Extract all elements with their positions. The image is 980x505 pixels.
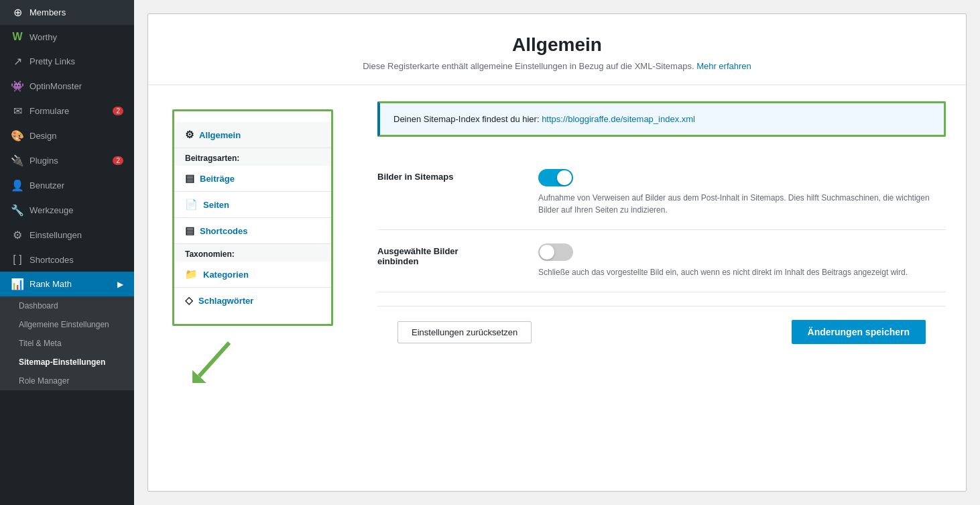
sidebar-item-label: OptinMonster — [29, 81, 82, 91]
settings-description-ausgewaehlte-bilder: Schließe auch das vorgestellte Bild ein,… — [538, 266, 908, 278]
shortcodes-nav-icon: ▤ — [185, 225, 194, 237]
left-nav-item-seiten[interactable]: 📄 Seiten — [174, 192, 331, 217]
arrow-container — [159, 339, 347, 386]
toggle-knob — [557, 170, 572, 185]
green-arrow — [192, 339, 239, 385]
sidebar-item-einstellungen[interactable]: ⚙ Einstellungen — [0, 223, 134, 247]
sidebar-item-members[interactable]: ⊕ Members — [0, 0, 134, 25]
toggle-bilder-in-sitemaps[interactable] — [538, 169, 573, 186]
page-subtitle: Diese Registerkarte enthält allgemeine E… — [162, 61, 953, 71]
sidebar: ⊕ Members W Worthy ↗ Pretty Links 👾 Opti… — [0, 0, 134, 505]
formulare-badge: 2 — [113, 107, 123, 115]
plugins-badge: 2 — [113, 156, 123, 165]
toggle-ausgewaehlte-bilder[interactable] — [538, 243, 573, 261]
left-nav-item-beitraege[interactable]: ▤ Beiträge — [174, 166, 331, 191]
sitemap-index-link[interactable]: https://bloggiraffe.de/sitemap_index.xml — [542, 114, 695, 124]
sidebar-item-benutzer[interactable]: 👤 Benutzer — [0, 173, 134, 198]
left-nav-item-schlagwoerter[interactable]: ◇ Schlagwörter — [174, 288, 331, 313]
left-nav-shortcodes-label: Shortcodes — [200, 226, 248, 236]
left-nav: ⚙ Allgemein Beitragsarten: ▤ Beiträge 📄 … — [172, 109, 333, 326]
members-icon: ⊕ — [11, 6, 24, 19]
settings-control-bilder: Aufnahme von Verweisen auf Bilder aus de… — [538, 169, 940, 216]
formulare-icon: ✉ — [11, 105, 24, 117]
settings-label-bilder: Bilder in Sitemaps — [377, 169, 525, 182]
left-nav-kategorien-label: Kategorien — [203, 270, 249, 280]
settings-label-ausgewaehlte-bilder: Ausgewählte Bilder einbinden — [377, 243, 525, 266]
optinmonster-icon: 👾 — [11, 80, 24, 93]
card-body: ⚙ Allgemein Beitragsarten: ▤ Beiträge 📄 … — [148, 85, 966, 397]
sidebar-item-label: Einstellungen — [29, 230, 82, 240]
submenu-item-role-manager[interactable]: Role Manager — [0, 372, 134, 390]
settings-row-ausgewaehlte-bilder: Ausgewählte Bilder einbinden Schließe au… — [377, 230, 946, 292]
sitemap-index-text: Deinen Sitemap-Index findest du hier: — [393, 114, 540, 124]
plugins-icon: 🔌 — [11, 154, 24, 167]
left-nav-item-kategorien[interactable]: 📁 Kategorien — [174, 262, 331, 287]
sidebar-item-label: Werkzeuge — [29, 205, 74, 215]
save-button[interactable]: Änderungen speichern — [792, 320, 926, 344]
benutzer-icon: 👤 — [11, 179, 24, 192]
section-beitragsarten: Beitragsarten: — [174, 148, 331, 166]
sidebar-item-label: Worthy — [29, 32, 57, 42]
sidebar-item-label: Design — [29, 131, 56, 141]
learn-more-link[interactable]: Mehr erfahren — [696, 61, 751, 71]
sidebar-item-formulare[interactable]: ✉ Formulare 2 — [0, 99, 134, 123]
sidebar-item-shortcodes[interactable]: [ ] Shortcodes — [0, 247, 134, 272]
sidebar-item-label: Benutzer — [29, 180, 64, 190]
sidebar-item-pretty-links[interactable]: ↗ Pretty Links — [0, 49, 134, 74]
sidebar-item-werkzeuge[interactable]: 🔧 Werkzeuge — [0, 198, 134, 223]
sidebar-item-label: Members — [29, 7, 66, 17]
worthy-icon: W — [11, 31, 24, 43]
sitemap-index-box: Deinen Sitemap-Index findest du hier: ht… — [377, 101, 946, 137]
design-icon: 🎨 — [11, 129, 24, 142]
reset-button[interactable]: Einstellungen zurücksetzen — [397, 321, 532, 343]
rank-math-label: Rank Math — [29, 279, 72, 289]
left-nav-schlagwoerter-label: Schlagwörter — [198, 296, 253, 306]
section-taxonomien: Taxonomien: — [174, 244, 331, 262]
rank-math-chevron: ▶ — [117, 280, 123, 289]
sidebar-item-label: Shortcodes — [29, 255, 74, 265]
left-nav-beitraege-label: Beiträge — [200, 174, 235, 184]
left-nav-allgemein-label: Allgemein — [199, 130, 241, 140]
settings-description-bilder: Aufnahme von Verweisen auf Bilder aus de… — [538, 192, 940, 216]
shortcodes-icon: [ ] — [11, 254, 24, 266]
werkzeuge-icon: 🔧 — [11, 204, 24, 217]
right-panel: Deinen Sitemap-Index findest du hier: ht… — [357, 85, 966, 397]
allgemein-settings-icon: ⚙ — [185, 129, 194, 141]
main-content: Allgemein Diese Registerkarte enthält al… — [134, 0, 980, 505]
left-nav-item-shortcodes[interactable]: ▤ Shortcodes — [174, 218, 331, 243]
pretty-links-icon: ↗ — [11, 55, 24, 68]
sidebar-item-optinmonster[interactable]: 👾 OptinMonster — [0, 74, 134, 99]
svg-line-1 — [199, 343, 229, 376]
content-card: Allgemein Diese Registerkarte enthält al… — [147, 13, 967, 492]
sidebar-item-label: Pretty Links — [29, 56, 75, 66]
left-nav-wrapper: ⚙ Allgemein Beitragsarten: ▤ Beiträge 📄 … — [148, 85, 357, 397]
left-nav-item-allgemein[interactable]: ⚙ Allgemein — [174, 122, 331, 148]
submenu-item-allgemeine-einstellungen[interactable]: Allgemeine Einstellungen — [0, 315, 134, 334]
left-nav-seiten-label: Seiten — [203, 200, 229, 210]
sidebar-item-plugins[interactable]: 🔌 Plugins 2 — [0, 148, 134, 173]
toggle-knob-2 — [540, 245, 554, 260]
card-header: Allgemein Diese Registerkarte enthält al… — [148, 14, 966, 85]
kategorien-icon: 📁 — [185, 268, 198, 280]
sidebar-item-label: Formulare — [29, 106, 69, 116]
submenu-item-dashboard[interactable]: Dashboard — [0, 296, 134, 315]
card-footer: Einstellungen zurücksetzen Änderungen sp… — [377, 306, 946, 357]
sidebar-item-worthy[interactable]: W Worthy — [0, 25, 134, 49]
settings-row-bilder: Bilder in Sitemaps Aufnahme von Verweise… — [377, 156, 946, 230]
sidebar-item-label: Plugins — [29, 156, 58, 166]
rank-math-submenu: Dashboard Allgemeine Einstellungen Titel… — [0, 296, 134, 390]
settings-control-ausgewaehlte-bilder: Schließe auch das vorgestellte Bild ein,… — [538, 243, 908, 278]
submenu-item-titel-meta[interactable]: Titel & Meta — [0, 334, 134, 353]
sidebar-item-design[interactable]: 🎨 Design — [0, 123, 134, 148]
submenu-item-sitemap-einstellungen[interactable]: Sitemap-Einstellungen — [0, 353, 134, 372]
rank-math-icon: 📊 — [11, 278, 24, 290]
seiten-icon: 📄 — [185, 199, 198, 211]
einstellungen-icon: ⚙ — [11, 229, 24, 241]
sidebar-item-rank-math[interactable]: 📊 Rank Math ▶ — [0, 272, 134, 296]
page-title: Allgemein — [162, 34, 953, 56]
schlagwoerter-icon: ◇ — [185, 294, 193, 306]
beitraege-icon: ▤ — [185, 172, 194, 184]
